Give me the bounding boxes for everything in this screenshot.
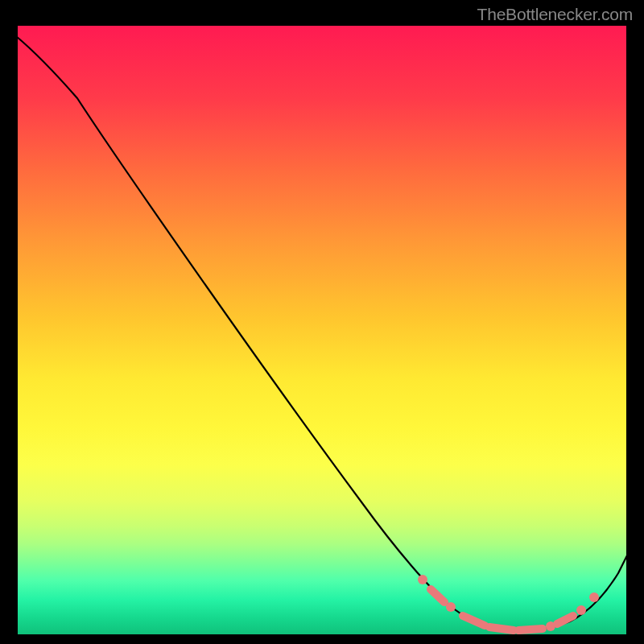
highlight-seg: [463, 616, 485, 625]
highlight-seg: [431, 589, 444, 602]
highlight-dot: [589, 592, 599, 602]
highlight-dot: [418, 575, 427, 584]
curve-layer: [16, 24, 628, 636]
highlight-seg: [518, 629, 543, 630]
watermark-text: TheBottlenecker.com: [477, 5, 633, 24]
highlight-dot: [446, 602, 456, 612]
highlight-dot: [576, 605, 586, 615]
highlight-seg: [557, 616, 573, 624]
bottleneck-curve: [16, 36, 628, 630]
chart-area: [16, 24, 628, 636]
highlight-seg: [489, 627, 514, 630]
